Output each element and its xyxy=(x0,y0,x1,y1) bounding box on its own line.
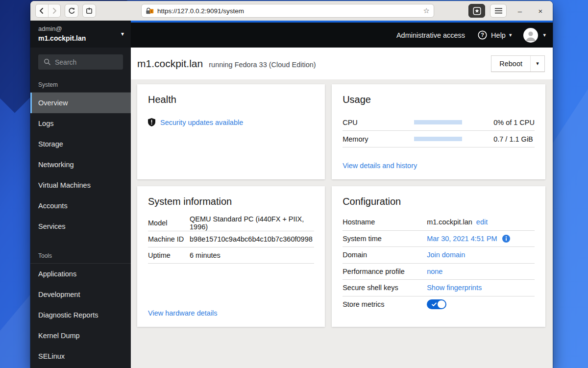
nav-section-system: System xyxy=(30,75,131,93)
page-subtitle: running Fedora 33 (Cloud Edition) xyxy=(209,59,316,69)
url-input[interactable] xyxy=(157,7,420,15)
health-card: Health Security updates available xyxy=(137,84,325,179)
usage-card: Usage CPU 0% of 1 CPU Memory 0.7 / 1.1 G… xyxy=(332,84,545,179)
memory-value: 0.7 / 1.1 GiB xyxy=(493,135,533,143)
page-title: m1.cockpit.lan xyxy=(137,58,203,70)
sidebar-item-kernel-dump[interactable]: Kernel Dump xyxy=(30,325,131,346)
sidebar-item-services[interactable]: Services xyxy=(30,216,131,237)
history-nav-group xyxy=(35,4,61,18)
bookmark-star-icon[interactable]: ☆ xyxy=(423,6,430,15)
back-icon xyxy=(38,7,45,14)
configuration-title: Configuration xyxy=(343,196,535,207)
menu-button[interactable] xyxy=(490,4,507,18)
administrative-access-button[interactable]: Administrative access xyxy=(396,31,465,39)
back-button[interactable] xyxy=(36,4,48,17)
forward-button[interactable] xyxy=(49,4,61,17)
sidebar-item-applications[interactable]: Applications xyxy=(30,264,131,284)
page-header: m1.cockpit.lan running Fedora 33 (Cloud … xyxy=(131,48,553,79)
new-tab-button[interactable] xyxy=(82,4,96,18)
user-menu[interactable]: ▾ xyxy=(523,28,546,43)
system-information-title: System information xyxy=(148,196,314,207)
domain-label: Domain xyxy=(343,251,427,259)
uptime-value: 6 minutes xyxy=(190,251,220,259)
bookmarks-library-icon xyxy=(473,7,481,15)
join-domain-link[interactable]: Join domain xyxy=(427,251,465,259)
store-metrics-label: Store metrics xyxy=(343,300,427,308)
sidebar-item-logs[interactable]: Logs xyxy=(30,113,131,134)
sidebar-item-diagnostic-reports[interactable]: Diagnostic Reports xyxy=(30,305,131,325)
hamburger-icon xyxy=(495,8,502,14)
store-metrics-toggle[interactable] xyxy=(427,299,446,309)
close-button[interactable]: × xyxy=(533,7,548,15)
nav-section-tools: Tools xyxy=(30,246,131,264)
model-label: Model xyxy=(148,219,190,227)
minimize-button[interactable]: – xyxy=(513,7,527,15)
url-bar[interactable]: ! ☆ xyxy=(141,4,434,18)
info-icon[interactable] xyxy=(502,235,510,243)
help-icon: ? xyxy=(478,30,487,40)
security-updates-link[interactable]: Security updates available xyxy=(160,119,243,126)
show-fingerprints-link[interactable]: Show fingerprints xyxy=(427,284,482,292)
help-label: Help xyxy=(491,31,506,39)
usage-title: Usage xyxy=(343,94,535,105)
sidebar-item-storage[interactable]: Storage xyxy=(30,134,131,154)
uptime-row: Uptime 6 minutes xyxy=(148,247,314,264)
machine-id-row: Machine ID b98e15710c9a4bc6b4c10b7c360f0… xyxy=(148,231,314,247)
bookmarks-library-button[interactable] xyxy=(468,4,485,18)
hostname-row: Hostname m1.cockpit.lan edit xyxy=(343,214,535,231)
chevron-down-icon: ▾ xyxy=(543,32,546,38)
cpu-value: 0% of 1 CPU xyxy=(493,119,535,126)
memory-progress-bar xyxy=(414,137,462,141)
reboot-split-button: Reboot ▾ xyxy=(491,55,545,72)
performance-profile-link[interactable]: none xyxy=(427,268,442,275)
svg-text:?: ? xyxy=(481,32,484,38)
help-menu[interactable]: ? Help ▾ xyxy=(478,30,512,40)
browser-toolbar: ! ☆ – × xyxy=(30,1,553,21)
view-details-history-link[interactable]: View details and history xyxy=(343,162,535,170)
hostname-edit-link[interactable]: edit xyxy=(476,218,488,226)
check-icon xyxy=(432,302,437,307)
configuration-card: Configuration Hostname m1.cockpit.lan ed… xyxy=(332,186,545,327)
hostname-label: Hostname xyxy=(343,218,427,226)
reload-button[interactable] xyxy=(65,4,78,18)
reload-icon xyxy=(68,7,75,15)
forward-icon xyxy=(51,7,58,14)
overview-cards: Health Security updates available Usage xyxy=(131,79,553,368)
domain-row: Domain Join domain xyxy=(343,247,535,264)
security-shield-icon xyxy=(148,118,155,126)
secure-shell-keys-label: Secure shell keys xyxy=(343,284,427,292)
model-value: QEMU Standard PC (i440FX + PIIX, 1996) xyxy=(190,215,314,231)
cpu-usage-row: CPU 0% of 1 CPU xyxy=(343,114,535,131)
sidebar-item-overview[interactable]: Overview xyxy=(30,93,131,113)
health-title: Health xyxy=(148,94,314,105)
system-time-row: System time Mar 30, 2021 4:51 PM xyxy=(343,231,535,247)
sidebar-item-virtual-machines[interactable]: Virtual Machines xyxy=(30,175,131,196)
reboot-button[interactable]: Reboot xyxy=(491,56,530,72)
secure-shell-keys-row: Secure shell keys Show fingerprints xyxy=(343,280,535,296)
insecure-lock-icon: ! xyxy=(146,7,154,15)
search-icon xyxy=(44,58,51,68)
cpu-progress-bar xyxy=(414,120,462,124)
sidebar: admin@ m1.cockpit.lan ▾ System Overview … xyxy=(30,21,131,368)
memory-usage-row: Memory 0.7 / 1.1 GiB xyxy=(343,131,535,147)
cpu-label: CPU xyxy=(343,119,414,126)
new-tab-icon xyxy=(85,7,93,15)
reboot-dropdown-toggle[interactable]: ▾ xyxy=(530,56,544,72)
system-time-link[interactable]: Mar 30, 2021 4:51 PM xyxy=(427,235,497,243)
sidebar-nav: System Overview Logs Storage Networking … xyxy=(30,73,131,368)
sidebar-item-networking[interactable]: Networking xyxy=(30,154,131,175)
performance-profile-label: Performance profile xyxy=(343,268,427,275)
sidebar-item-selinux[interactable]: SELinux xyxy=(30,346,131,367)
model-row: Model QEMU Standard PC (i440FX + PIIX, 1… xyxy=(148,215,314,231)
toolbar-right: – × xyxy=(434,4,548,18)
hostname-value: m1.cockpit.lan xyxy=(427,218,472,226)
sidebar-item-development[interactable]: Development xyxy=(30,284,131,305)
view-hardware-details-link[interactable]: View hardware details xyxy=(148,309,314,317)
sidebar-item-accounts[interactable]: Accounts xyxy=(30,196,131,216)
uptime-label: Uptime xyxy=(148,251,190,259)
host-switcher[interactable]: admin@ m1.cockpit.lan ▾ xyxy=(30,21,131,48)
sidebar-search xyxy=(38,54,123,70)
masthead: Administrative access ? Help ▾ ▾ xyxy=(131,23,553,48)
avatar xyxy=(523,28,538,43)
chevron-down-icon: ▾ xyxy=(121,30,124,37)
